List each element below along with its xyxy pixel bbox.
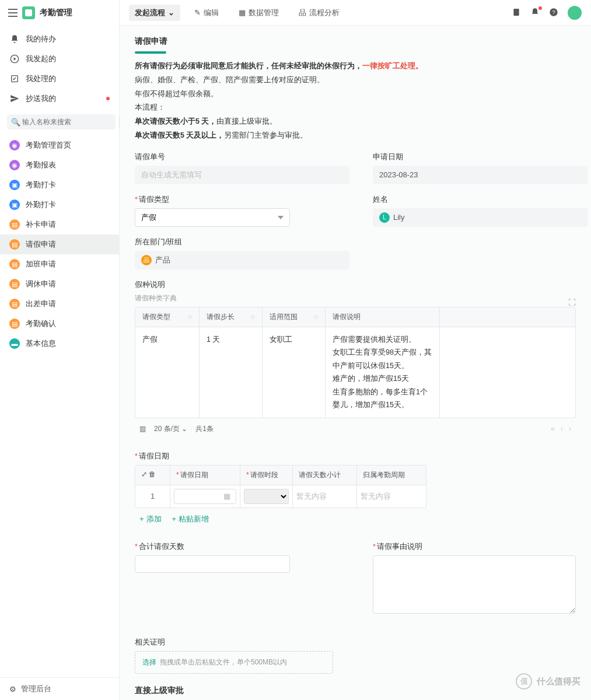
notification-icon[interactable] — [530, 8, 541, 18]
column-settings-icon[interactable]: ▥ — [139, 425, 146, 433]
nav-cc-me[interactable]: 抄送我的 — [0, 89, 119, 108]
field-icon: ▣ — [9, 200, 20, 210]
admin-backend-link[interactable]: ⚙管理后台 — [0, 677, 119, 700]
total-count: 共1条 — [195, 424, 214, 434]
period-select[interactable] — [244, 489, 289, 504]
dept-label: 所在部门/班组 — [135, 237, 349, 247]
date-field: 2023-08-23 — [373, 166, 587, 184]
form-icon: ▤ — [9, 259, 20, 270]
pencil-icon: ✎ — [194, 8, 201, 17]
nav-my-processed[interactable]: 我处理的 — [0, 69, 119, 89]
row-tools-header: ⤢ 🗑 — [135, 466, 170, 485]
analysis-button[interactable]: 品流程分析 — [293, 5, 345, 21]
data-mgmt-button[interactable]: ▦数据管理 — [233, 5, 285, 21]
grid-icon: ▦ — [239, 8, 246, 17]
form-icon: ▤ — [9, 219, 20, 230]
total-days-label: 合计请假天数 — [135, 542, 290, 552]
date-label: 申请日期 — [373, 152, 587, 162]
row-number: 1 — [135, 485, 170, 508]
svg-rect-2 — [513, 9, 519, 16]
form-icon: ▤ — [9, 239, 20, 250]
leave-type-table: 请假类型◇ 请假步长◇ 适用范围◇ 请假说明 产假 1 天 女职工 产假需要提供… — [135, 307, 576, 418]
dth-subtotal: 请假天数小计 — [293, 466, 357, 485]
play-icon — [9, 54, 20, 64]
home-icon: ◉ — [9, 140, 20, 150]
app-icon — [22, 6, 35, 19]
first-page-icon[interactable]: « — [551, 425, 555, 433]
paste-row-button[interactable]: + 粘贴新增 — [172, 514, 209, 524]
nav-leave-apply[interactable]: ▤请假申请 — [0, 235, 119, 254]
sort-icon: ◇ — [188, 314, 192, 320]
reason-label: 请假事由说明 — [373, 542, 576, 552]
user-icon: L — [379, 212, 390, 223]
add-row-button[interactable]: + 添加 — [139, 514, 162, 524]
cycle-field: 暂无内容 — [361, 491, 391, 502]
user-avatar[interactable] — [568, 6, 582, 20]
edit-button[interactable]: ✎编辑 — [188, 5, 225, 21]
sidebar-search-input[interactable] — [7, 114, 116, 130]
nav-rest-apply[interactable]: ▤调休申请 — [0, 274, 119, 294]
main: 发起流程 ⌄ ✎编辑 ▦数据管理 品流程分析 ? 请假申请 所有请假行为必须审批… — [120, 0, 591, 700]
nav-attendance-report[interactable]: ◉考勤报表 — [0, 155, 119, 175]
next-page-icon[interactable]: › — [569, 425, 571, 433]
th-type[interactable]: 请假类型◇ — [135, 307, 200, 327]
proof-label: 相关证明 — [135, 638, 576, 648]
send-icon — [9, 93, 20, 104]
th-empty — [440, 307, 575, 327]
table-row: 1 ▦ 暂无内容 暂无内容 — [135, 485, 426, 508]
upload-zone[interactable]: 选择拖拽或单击后粘贴文件，单个500MB以内 — [135, 651, 333, 674]
table-pagination: ▥ 20 条/页 ⌄ 共1条 «‹› — [135, 418, 576, 440]
report-icon: ◉ — [9, 160, 20, 170]
type-select[interactable]: 产假 — [135, 208, 290, 227]
app-title: 考勤管理 — [40, 8, 72, 18]
calendar-icon[interactable]: ▦ — [223, 492, 230, 501]
page-size-select[interactable]: 20 条/页 ⌄ — [154, 424, 187, 434]
nav-clock-in[interactable]: ▣考勤打卡 — [0, 175, 119, 195]
form-title: 请假申请 — [135, 36, 576, 50]
form-icon: ▤ — [9, 279, 20, 289]
launch-workflow-button[interactable]: 发起流程 ⌄ — [129, 5, 180, 21]
bell-icon — [9, 34, 20, 44]
nav-overtime-apply[interactable]: ▤加班申请 — [0, 254, 119, 274]
leave-date-table: ⤢ 🗑 请假日期 请假时段 请假天数小计 归属考勤周期 1 ▦ 暂无内容 暂无内… — [135, 465, 426, 508]
table-row: 产假 1 天 女职工 产假需要提供相关证明。 女职工生育享受98天产假，其中产前… — [135, 327, 575, 418]
prev-page-icon[interactable]: ‹ — [561, 425, 563, 433]
upload-select-link[interactable]: 选择 — [142, 657, 156, 667]
th-scope[interactable]: 适用范围◇ — [263, 307, 326, 327]
nav-attendance-confirm[interactable]: ▤考勤确认 — [0, 314, 119, 334]
nav-my-initiated[interactable]: 我发起的 — [0, 49, 119, 69]
delete-icon[interactable]: 🗑 — [149, 470, 156, 478]
form-icon: ▤ — [9, 318, 20, 329]
book-icon[interactable] — [512, 8, 522, 18]
sort-icon: ◇ — [251, 314, 255, 320]
name-field: LLily — [373, 208, 587, 227]
sidebar: 考勤管理 我的待办 我发起的 我处理的 抄送我的 🔍 + ◉考勤管理首页 ◉考勤… — [0, 0, 120, 700]
menu-toggle-icon[interactable] — [8, 9, 18, 17]
td-desc: 产假需要提供相关证明。 女职工生育享受98天产假，其中产前可以休假15天。 难产… — [326, 327, 440, 418]
nav-trip-apply[interactable]: ▤出差申请 — [0, 294, 119, 314]
subtotal-field: 暂无内容 — [296, 491, 327, 502]
th-step[interactable]: 请假步长◇ — [200, 307, 263, 327]
gear-icon: ⚙ — [9, 685, 16, 694]
svg-text:?: ? — [552, 9, 555, 15]
clock-icon: ▣ — [9, 180, 20, 190]
expand-icon[interactable]: ⛶ — [568, 298, 576, 307]
type-label: 请假类型 — [135, 195, 290, 205]
nav-field-clock[interactable]: ▣外勤打卡 — [0, 195, 119, 215]
leavedate-label: 请假日期 — [135, 452, 576, 461]
dth-cycle: 归属考勤周期 — [357, 466, 426, 485]
expand-icon[interactable]: ⤢ — [141, 470, 147, 478]
checklist-icon — [9, 74, 20, 84]
nav-attendance-home[interactable]: ◉考勤管理首页 — [0, 135, 119, 155]
dth-period: 请假时段 — [240, 466, 293, 485]
folder-icon: ▬ — [9, 338, 20, 349]
total-days-input[interactable] — [135, 555, 290, 573]
help-icon[interactable]: ? — [549, 8, 559, 18]
nav-makeup-apply[interactable]: ▤补卡申请 — [0, 215, 119, 235]
reason-textarea[interactable] — [373, 555, 576, 614]
nav-my-todo[interactable]: 我的待办 — [0, 29, 119, 49]
typedesc-label: 假种说明 — [135, 280, 177, 290]
name-label: 姓名 — [373, 195, 587, 205]
sort-icon: ◇ — [314, 314, 318, 320]
nav-basic-info[interactable]: ▬基本信息 — [0, 334, 119, 354]
